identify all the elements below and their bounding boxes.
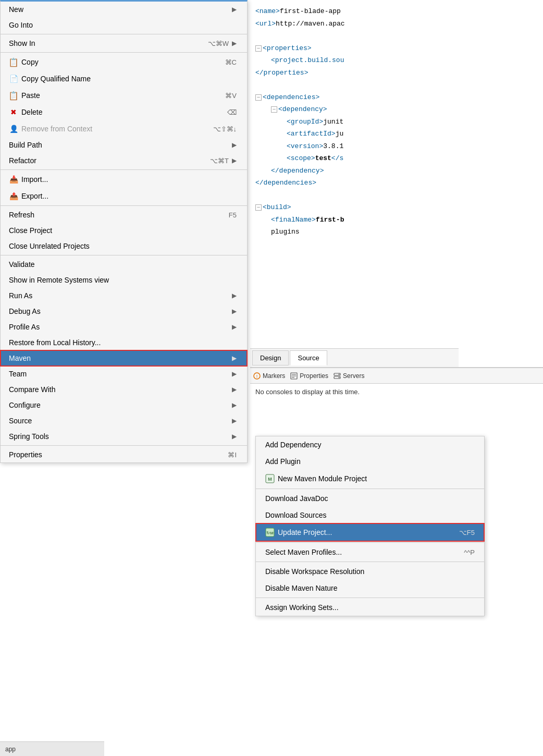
menu-item-import[interactable]: 📥 Import... <box>1 171 247 188</box>
editor-line-18: <finalName>first-b <box>250 214 543 226</box>
svg-point-8 <box>339 374 340 375</box>
maven-submenu: Add Dependency Add Plugin M New Maven Mo… <box>255 436 485 616</box>
menu-item-build-path[interactable]: Build Path ▶ <box>1 137 247 153</box>
menu-item-validate[interactable]: Validate <box>1 257 247 272</box>
menu-item-properties[interactable]: Properties ⌘I <box>1 447 247 462</box>
menu-item-maven[interactable]: Maven ▶ <box>1 350 247 366</box>
markers-icon: ! <box>253 372 261 380</box>
menu-item-refactor[interactable]: Refactor ⌥⌘T ▶ <box>1 153 247 168</box>
xml-editor: <name>first-blade-app <url>http://maven.… <box>250 0 543 365</box>
context-menu: New ▶ Go Into Show In ⌥⌘W ▶ 📋 Copy ⌘C <box>0 0 248 463</box>
editor-line-13: <scope>test</s <box>250 152 543 165</box>
submenu-item-update-project[interactable]: ↻M Update Project... ⌥F5 <box>256 523 484 541</box>
menu-item-configure[interactable]: Configure ▶ <box>1 397 247 413</box>
menu-item-go-into[interactable]: Go Into <box>1 17 247 33</box>
arrow-run-as: ▶ <box>232 292 237 299</box>
submenu-item-download-javadoc[interactable]: Download JavaDoc <box>256 490 484 507</box>
menu-item-show-remote[interactable]: Show in Remote Systems view <box>1 272 247 288</box>
editor-line-9: −<dependency> <box>250 103 543 116</box>
maven-module-icon: M <box>265 474 275 483</box>
console-area: ! Markers Properties Servers No consoles… <box>250 367 543 445</box>
editor-line-8: −<dependencies> <box>250 91 543 104</box>
submenu-separator-4 <box>256 598 484 598</box>
menu-item-refresh[interactable]: Refresh F5 <box>1 207 247 223</box>
menu-item-close-unrelated[interactable]: Close Unrelated Projects <box>1 238 247 254</box>
menu-item-remove-context[interactable]: 👤 Remove from Context ⌥⇧⌘↓ <box>1 120 247 137</box>
editor-line-4: −<properties> <box>250 42 543 55</box>
collapse-dependency[interactable]: − <box>271 106 277 113</box>
menu-item-show-in[interactable]: Show In ⌥⌘W ▶ <box>1 35 247 51</box>
export-icon: 📤 <box>9 191 18 201</box>
editor-line-19: plugins <box>250 226 543 238</box>
menu-item-copy[interactable]: 📋 Copy ⌘C <box>1 54 247 70</box>
copy-icon: 📋 <box>9 57 18 67</box>
menu-item-close-project[interactable]: Close Project <box>1 223 247 238</box>
arrow-show-in: ▶ <box>232 40 237 47</box>
console-tab-markers[interactable]: ! Markers <box>253 372 285 380</box>
editor-line-15: </dependencies> <box>250 177 543 189</box>
submenu-item-download-sources[interactable]: Download Sources <box>256 507 484 523</box>
menu-item-paste[interactable]: 📋 Paste ⌘V <box>1 87 247 104</box>
arrow-source: ▶ <box>232 417 237 424</box>
submenu-separator-3 <box>256 562 484 562</box>
menu-item-source[interactable]: Source ▶ <box>1 413 247 429</box>
editor-line-5: <project.build.sou <box>250 54 543 67</box>
menu-item-restore-history[interactable]: Restore from Local History... <box>1 335 247 350</box>
editor-line-7 <box>250 79 543 91</box>
collapse-dependencies[interactable]: − <box>255 94 262 101</box>
tab-design[interactable]: Design <box>252 350 289 365</box>
collapse-build[interactable]: − <box>255 204 262 211</box>
submenu-item-new-maven-module[interactable]: M New Maven Module Project <box>256 470 484 487</box>
svg-text:!: ! <box>256 374 258 379</box>
submenu-item-disable-workspace[interactable]: Disable Workspace Resolution <box>256 563 484 580</box>
separator-2 <box>1 52 247 53</box>
svg-point-9 <box>339 377 340 378</box>
menu-item-compare-with[interactable]: Compare With ▶ <box>1 382 247 397</box>
submenu-separator-2 <box>256 542 484 543</box>
separator-3 <box>1 169 247 170</box>
menu-item-run-as[interactable]: Run As ▶ <box>1 288 247 303</box>
maven-update-icon: ↻M <box>265 528 275 537</box>
collapse-properties[interactable]: − <box>255 45 262 52</box>
servers-icon <box>334 372 341 380</box>
arrow-new: ▶ <box>232 6 237 13</box>
console-tab-servers[interactable]: Servers <box>334 372 364 380</box>
tab-source[interactable]: Source <box>290 350 327 365</box>
arrow-configure: ▶ <box>232 401 237 409</box>
arrow-compare-with: ▶ <box>232 386 237 393</box>
delete-icon: ✖ <box>9 107 18 117</box>
import-icon: 📥 <box>9 175 18 184</box>
menu-item-copy-qualified[interactable]: 📄 Copy Qualified Name <box>1 70 247 87</box>
menu-item-new[interactable]: New ▶ <box>1 2 247 17</box>
arrow-team: ▶ <box>232 370 237 377</box>
submenu-item-select-profiles[interactable]: Select Maven Profiles... ^^P <box>256 544 484 560</box>
arrow-refactor: ▶ <box>232 157 237 164</box>
editor-tabs: Design Source <box>250 348 459 367</box>
remove-context-icon: 👤 <box>9 124 18 133</box>
svg-text:M: M <box>268 477 272 482</box>
editor-line-6: </properties> <box>250 67 543 79</box>
paste-icon: 📋 <box>9 91 18 100</box>
menu-item-debug-as[interactable]: Debug As ▶ <box>1 303 247 319</box>
submenu-item-assign-working-sets[interactable]: Assign Working Sets... <box>256 599 484 616</box>
status-bar: app <box>0 741 104 756</box>
separator-5 <box>1 255 247 255</box>
menu-item-profile-as[interactable]: Profile As ▶ <box>1 319 247 335</box>
submenu-item-disable-maven-nature[interactable]: Disable Maven Nature <box>256 580 484 596</box>
editor-line-11: <artifactId>ju <box>250 128 543 140</box>
arrow-spring-tools: ▶ <box>232 433 237 440</box>
menu-item-spring-tools[interactable]: Spring Tools ▶ <box>1 429 247 444</box>
submenu-item-add-dependency[interactable]: Add Dependency <box>256 436 484 453</box>
editor-line-3 <box>250 30 543 42</box>
menu-item-delete[interactable]: ✖ Delete ⌫ <box>1 104 247 120</box>
menu-item-team[interactable]: Team ▶ <box>1 366 247 382</box>
menu-item-export[interactable]: 📤 Export... <box>1 188 247 204</box>
submenu-separator-1 <box>256 489 484 489</box>
console-body: No consoles to display at this time. <box>250 384 543 400</box>
properties-icon <box>290 372 298 380</box>
editor-line-12: <version>3.8.1 <box>250 140 543 153</box>
console-tab-properties[interactable]: Properties <box>290 372 328 380</box>
submenu-item-add-plugin[interactable]: Add Plugin <box>256 453 484 470</box>
separator-4 <box>1 205 247 206</box>
console-tabs-bar: ! Markers Properties Servers <box>250 368 543 384</box>
